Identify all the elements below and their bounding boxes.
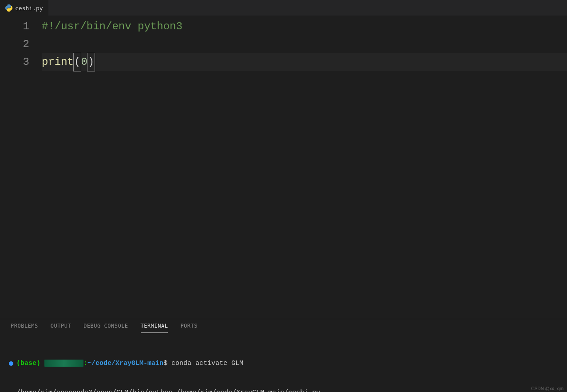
terminal-output[interactable]: (base) :~/code/XrayGLM-main$ conda activ… (0, 333, 567, 392)
terminal-line: /home/xjm/anaconda3/envs/GLM/bin/python … (9, 388, 558, 392)
panel-tab-output[interactable]: OUTPUT (51, 323, 71, 333)
code-line: print(0) (42, 53, 567, 71)
prompt-path: ~/code/XrayGLM-main (87, 360, 163, 367)
tab-filename: ceshi.py (15, 5, 43, 12)
panel-tab-terminal[interactable]: TERMINAL (141, 323, 168, 333)
editor-tab[interactable]: ceshi.py (0, 0, 48, 16)
prompt-colon: : (83, 360, 87, 367)
prompt-dollar: $ (163, 360, 171, 367)
terminal-command: conda activate GLM (171, 360, 243, 367)
code-editor[interactable]: 123 #!/usr/bin/env python3 print(0) (0, 16, 567, 71)
bottom-panel: PROBLEMSOUTPUTDEBUG CONSOLETERMINALPORTS… (0, 319, 567, 392)
panel-tab-problems[interactable]: PROBLEMS (11, 323, 38, 333)
line-number-gutter: 123 (0, 18, 42, 71)
watermark: CSDN @xx_xjm (531, 386, 563, 391)
code-line (42, 36, 567, 53)
code-line: #!/usr/bin/env python3 (42, 18, 567, 36)
terminal-line: (base) :~/code/XrayGLM-main$ conda activ… (9, 359, 558, 368)
line-number: 3 (0, 53, 29, 71)
line-number: 2 (0, 36, 29, 53)
prompt-env: (base) (16, 360, 44, 367)
code-area[interactable]: #!/usr/bin/env python3 print(0) (42, 18, 567, 71)
panel-tab-debug-console[interactable]: DEBUG CONSOLE (83, 323, 128, 333)
tab-bar: ceshi.py (0, 0, 567, 16)
python-icon (5, 4, 12, 12)
redacted-user (44, 360, 83, 367)
bullet-icon (9, 361, 13, 366)
terminal-text: /home/xjm/anaconda3/envs/GLM/bin/python … (16, 388, 320, 392)
panel-tabs: PROBLEMSOUTPUTDEBUG CONSOLETERMINALPORTS (0, 319, 567, 333)
line-number: 1 (0, 18, 29, 36)
panel-tab-ports[interactable]: PORTS (180, 323, 198, 333)
